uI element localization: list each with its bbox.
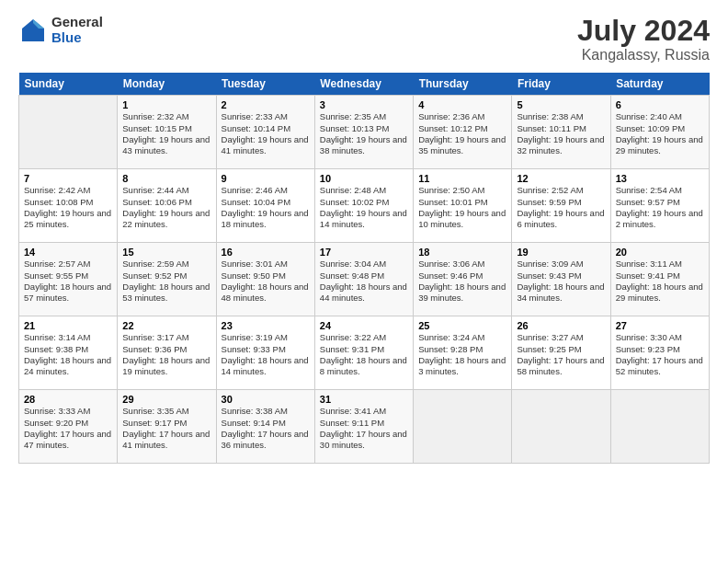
calendar-cell: 31Sunrise: 3:41 AM Sunset: 9:11 PM Dayli… (314, 390, 413, 464)
calendar-cell: 20Sunrise: 3:11 AM Sunset: 9:41 PM Dayli… (610, 243, 709, 316)
calendar-table: Sunday Monday Tuesday Wednesday Thursday… (18, 73, 710, 464)
day-number: 11 (418, 173, 506, 184)
day-number: 3 (320, 99, 408, 110)
day-info: Sunrise: 3:19 AM Sunset: 9:33 PM Dayligh… (222, 332, 310, 377)
calendar-cell: 13Sunrise: 2:54 AM Sunset: 9:57 PM Dayli… (610, 169, 709, 243)
day-info: Sunrise: 2:57 AM Sunset: 9:55 PM Dayligh… (24, 259, 112, 304)
calendar-cell: 26Sunrise: 3:27 AM Sunset: 9:25 PM Dayli… (512, 316, 610, 390)
day-number: 23 (222, 320, 310, 331)
day-number: 14 (24, 247, 112, 258)
calendar-cell: 10Sunrise: 2:48 AM Sunset: 10:02 PM Dayl… (314, 169, 413, 243)
calendar-week-5: 28Sunrise: 3:33 AM Sunset: 9:20 PM Dayli… (19, 390, 710, 464)
day-number: 16 (222, 247, 310, 258)
calendar-cell (414, 390, 512, 464)
calendar-cell: 9Sunrise: 2:46 AM Sunset: 10:04 PM Dayli… (216, 169, 314, 243)
day-number: 4 (418, 99, 506, 110)
header-thursday: Thursday (414, 73, 512, 96)
day-number: 13 (616, 173, 704, 184)
day-info: Sunrise: 3:11 AM Sunset: 9:41 PM Dayligh… (616, 259, 704, 304)
day-info: Sunrise: 2:35 AM Sunset: 10:13 PM Daylig… (320, 111, 408, 156)
title-block: July 2024 Kangalassy, Russia (577, 15, 710, 63)
calendar-cell: 7Sunrise: 2:42 AM Sunset: 10:08 PM Dayli… (19, 169, 118, 243)
day-info: Sunrise: 2:36 AM Sunset: 10:12 PM Daylig… (418, 111, 506, 156)
calendar-cell: 15Sunrise: 2:59 AM Sunset: 9:52 PM Dayli… (118, 243, 216, 316)
logo-blue-text: Blue (51, 30, 103, 46)
header-friday: Friday (512, 73, 610, 96)
day-info: Sunrise: 2:59 AM Sunset: 9:52 PM Dayligh… (122, 259, 210, 304)
day-info: Sunrise: 2:46 AM Sunset: 10:04 PM Daylig… (222, 185, 310, 230)
day-number: 24 (320, 320, 408, 331)
calendar-cell: 1Sunrise: 2:32 AM Sunset: 10:15 PM Dayli… (118, 96, 216, 169)
calendar-cell (512, 390, 610, 464)
day-number: 5 (517, 99, 605, 110)
day-number: 10 (320, 173, 408, 184)
day-number: 27 (616, 320, 704, 331)
day-info: Sunrise: 2:44 AM Sunset: 10:06 PM Daylig… (122, 185, 210, 230)
calendar-cell: 2Sunrise: 2:33 AM Sunset: 10:14 PM Dayli… (216, 96, 314, 169)
calendar-cell: 6Sunrise: 2:40 AM Sunset: 10:09 PM Dayli… (610, 96, 709, 169)
day-info: Sunrise: 3:09 AM Sunset: 9:43 PM Dayligh… (517, 259, 605, 304)
day-number: 8 (122, 173, 210, 184)
calendar-cell: 8Sunrise: 2:44 AM Sunset: 10:06 PM Dayli… (118, 169, 216, 243)
day-info: Sunrise: 3:22 AM Sunset: 9:31 PM Dayligh… (320, 332, 408, 377)
day-number: 17 (320, 247, 408, 258)
day-info: Sunrise: 2:48 AM Sunset: 10:02 PM Daylig… (320, 185, 408, 230)
day-info: Sunrise: 3:38 AM Sunset: 9:14 PM Dayligh… (222, 406, 310, 451)
day-info: Sunrise: 2:33 AM Sunset: 10:14 PM Daylig… (222, 111, 310, 156)
calendar-header-row: Sunday Monday Tuesday Wednesday Thursday… (19, 73, 710, 96)
calendar-cell: 21Sunrise: 3:14 AM Sunset: 9:38 PM Dayli… (19, 316, 118, 390)
calendar-cell: 3Sunrise: 2:35 AM Sunset: 10:13 PM Dayli… (314, 96, 413, 169)
day-number: 12 (517, 173, 605, 184)
calendar-week-3: 14Sunrise: 2:57 AM Sunset: 9:55 PM Dayli… (19, 243, 710, 316)
day-number: 25 (418, 320, 506, 331)
calendar-cell: 18Sunrise: 3:06 AM Sunset: 9:46 PM Dayli… (414, 243, 512, 316)
calendar-cell: 12Sunrise: 2:52 AM Sunset: 9:59 PM Dayli… (512, 169, 610, 243)
day-info: Sunrise: 2:42 AM Sunset: 10:08 PM Daylig… (24, 185, 112, 230)
logo-general-text: General (51, 15, 103, 30)
day-number: 22 (122, 320, 210, 331)
calendar-cell: 30Sunrise: 3:38 AM Sunset: 9:14 PM Dayli… (216, 390, 314, 464)
calendar-cell (19, 96, 118, 169)
day-number: 15 (122, 247, 210, 258)
day-info: Sunrise: 3:01 AM Sunset: 9:50 PM Dayligh… (222, 259, 310, 304)
day-info: Sunrise: 2:38 AM Sunset: 10:11 PM Daylig… (517, 111, 605, 156)
day-info: Sunrise: 3:41 AM Sunset: 9:11 PM Dayligh… (320, 406, 408, 451)
page: General Blue July 2024 Kangalassy, Russi… (0, 0, 728, 563)
logo-icon (18, 16, 48, 45)
day-number: 20 (616, 247, 704, 258)
day-info: Sunrise: 3:24 AM Sunset: 9:28 PM Dayligh… (418, 332, 506, 377)
logo-text: General Blue (51, 15, 103, 45)
calendar-cell: 4Sunrise: 2:36 AM Sunset: 10:12 PM Dayli… (414, 96, 512, 169)
header-tuesday: Tuesday (216, 73, 314, 96)
day-number: 31 (320, 394, 408, 405)
calendar-cell: 28Sunrise: 3:33 AM Sunset: 9:20 PM Dayli… (19, 390, 118, 464)
day-info: Sunrise: 2:32 AM Sunset: 10:15 PM Daylig… (122, 111, 210, 156)
day-info: Sunrise: 2:54 AM Sunset: 9:57 PM Dayligh… (616, 185, 704, 230)
location: Kangalassy, Russia (577, 47, 710, 63)
calendar-week-2: 7Sunrise: 2:42 AM Sunset: 10:08 PM Dayli… (19, 169, 710, 243)
calendar-cell: 17Sunrise: 3:04 AM Sunset: 9:48 PM Dayli… (314, 243, 413, 316)
calendar-cell: 5Sunrise: 2:38 AM Sunset: 10:11 PM Dayli… (512, 96, 610, 169)
day-number: 6 (616, 99, 704, 110)
calendar-cell: 23Sunrise: 3:19 AM Sunset: 9:33 PM Dayli… (216, 316, 314, 390)
day-number: 28 (24, 394, 112, 405)
day-number: 9 (222, 173, 310, 184)
calendar-cell: 14Sunrise: 2:57 AM Sunset: 9:55 PM Dayli… (19, 243, 118, 316)
calendar-cell: 19Sunrise: 3:09 AM Sunset: 9:43 PM Dayli… (512, 243, 610, 316)
calendar-cell: 11Sunrise: 2:50 AM Sunset: 10:01 PM Dayl… (414, 169, 512, 243)
day-info: Sunrise: 3:17 AM Sunset: 9:36 PM Dayligh… (122, 332, 210, 377)
day-number: 1 (122, 99, 210, 110)
day-number: 7 (24, 173, 112, 184)
day-info: Sunrise: 3:30 AM Sunset: 9:23 PM Dayligh… (616, 332, 704, 377)
header-saturday: Saturday (610, 73, 709, 96)
calendar-cell: 29Sunrise: 3:35 AM Sunset: 9:17 PM Dayli… (118, 390, 216, 464)
calendar-cell: 22Sunrise: 3:17 AM Sunset: 9:36 PM Dayli… (118, 316, 216, 390)
day-info: Sunrise: 3:06 AM Sunset: 9:46 PM Dayligh… (418, 259, 506, 304)
month-title: July 2024 (577, 15, 710, 47)
header: General Blue July 2024 Kangalassy, Russi… (18, 15, 710, 63)
day-number: 29 (122, 394, 210, 405)
header-wednesday: Wednesday (314, 73, 413, 96)
calendar-week-1: 1Sunrise: 2:32 AM Sunset: 10:15 PM Dayli… (19, 96, 710, 169)
day-number: 30 (222, 394, 310, 405)
logo: General Blue (18, 15, 103, 45)
